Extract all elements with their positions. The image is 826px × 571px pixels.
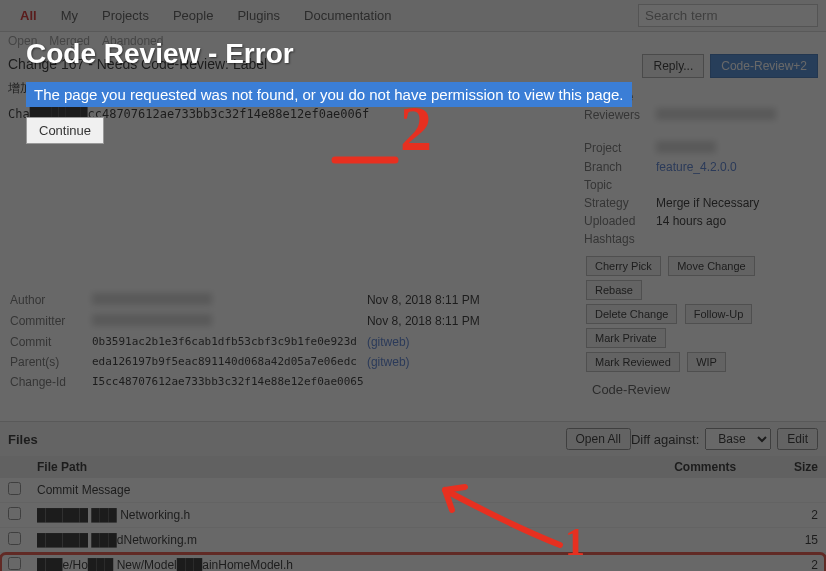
modal-title: Code Review - Error: [26, 38, 632, 70]
continue-button[interactable]: Continue: [26, 117, 104, 144]
modal-message: The page you requested was not found, or…: [26, 82, 632, 107]
error-modal: Code Review - Error The page you request…: [26, 38, 632, 144]
